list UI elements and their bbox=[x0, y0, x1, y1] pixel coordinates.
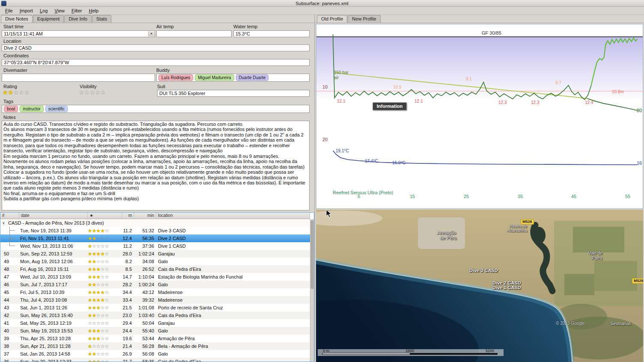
menu-filter[interactable]: Filter bbox=[68, 7, 85, 14]
dive-date: Sun, Jul 7, 2013 17:17 bbox=[19, 281, 88, 288]
dive-notes-panel: Dive NotesEquipmentDive InfoStats Start … bbox=[0, 15, 314, 362]
chart-annotation: GF 30/85 bbox=[482, 30, 501, 36]
window-titlebar[interactable]: Subsurface: paneves.xml bbox=[0, 0, 644, 7]
star-filled-icon: ★ bbox=[88, 282, 92, 287]
map-dive-site-label[interactable]: Dive 1 CASD bbox=[492, 285, 521, 290]
star-empty-icon: ☆ bbox=[96, 313, 101, 318]
column-header[interactable]: min bbox=[134, 213, 156, 219]
visibility-label: Visibility bbox=[80, 84, 97, 89]
dive-location: Dive 3 CASD bbox=[156, 227, 310, 234]
tag-chip[interactable]: scientific bbox=[45, 106, 68, 112]
star-empty-icon: ☆ bbox=[101, 344, 105, 349]
dive-rating: ★★★★☆ bbox=[88, 227, 122, 234]
column-header[interactable]: ★ bbox=[88, 213, 122, 219]
dive-list-header[interactable]: #date★mminlocation bbox=[0, 213, 310, 219]
app-icon bbox=[1, 1, 6, 6]
scrollbar-thumb[interactable] bbox=[311, 220, 313, 289]
collapse-arrow-icon[interactable]: ∨ bbox=[2, 219, 5, 227]
tab-old-profile[interactable]: Old Profile bbox=[317, 15, 347, 23]
tab-dive-info[interactable]: Dive Info bbox=[64, 15, 91, 23]
dive-row[interactable]: Wed, Nov 13, 2013 11:06★☆☆☆☆11.237:36Div… bbox=[0, 242, 310, 250]
information-button[interactable]: Information bbox=[373, 102, 407, 110]
start-time-select[interactable]: 11/15/13 11:41 AM ▾ bbox=[2, 30, 155, 37]
dive-row[interactable]: 40Sun, May 19, 2013 15:53★★★☆☆24.455:40G… bbox=[0, 327, 310, 335]
dive-row[interactable]: 45Fri, Jul 5, 2013 10:39★★★★☆34.443:12Ma… bbox=[0, 288, 310, 296]
menu-help[interactable]: Help bbox=[85, 7, 102, 14]
tab-stats[interactable]: Stats bbox=[92, 15, 111, 23]
star-filled-icon: ★ bbox=[96, 328, 101, 333]
map-dive-site-label[interactable]: Dive 3 CASD bbox=[469, 268, 498, 273]
star-filled-icon: ★ bbox=[92, 359, 96, 362]
dive-row[interactable]: 36Sun, Jan 20, 2013 12:33★★★☆☆21.758:36C… bbox=[0, 358, 310, 362]
rating-stars[interactable]: ★★☆☆☆ bbox=[3, 89, 30, 96]
star-empty-icon: ☆ bbox=[13, 89, 19, 96]
tag-chip[interactable]: boat bbox=[4, 106, 18, 112]
menu-log[interactable]: Log bbox=[36, 7, 51, 14]
dive-row[interactable]: Tue, Nov 19, 2013 11:39★★★★☆11.251:32Div… bbox=[0, 227, 310, 234]
location-label: Location bbox=[3, 39, 21, 44]
column-header[interactable]: # bbox=[0, 213, 19, 219]
star-filled-icon: ★ bbox=[88, 290, 92, 295]
visibility-stars[interactable]: ☆☆☆☆☆ bbox=[79, 89, 106, 96]
column-header[interactable]: location bbox=[156, 213, 310, 219]
dive-row[interactable]: 41Sat, May 25, 2013 12:19☆☆☆☆☆29.450:04G… bbox=[0, 319, 310, 327]
dive-row[interactable]: 43Sat, Jun 1, 2013 11:26★★★☆☆21.51:01:08… bbox=[0, 304, 310, 312]
dive-row[interactable]: 39Thu, Apr 25, 2013 10:28★★★☆☆19.653:44A… bbox=[0, 335, 310, 342]
dive-row[interactable]: 42Sun, May 26, 2013 15:40★★☆☆☆23.01:03:4… bbox=[0, 312, 310, 319]
star-empty-icon: ☆ bbox=[105, 251, 109, 256]
chart-annotation: 17.4°C bbox=[365, 159, 378, 163]
dive-date: Sun, Sep 22, 2013 12:59 bbox=[19, 250, 88, 258]
dive-row[interactable]: 47Wed, Jul 10, 2013 13:09★★★☆☆14.71:10:0… bbox=[0, 273, 310, 281]
menu-import[interactable]: Import bbox=[16, 7, 36, 14]
dive-row[interactable]: 49Mon, Aug 19, 2013 12:06★★☆☆☆8.234:08Ga… bbox=[0, 258, 310, 265]
map[interactable]: Armaçãode PêraRibeira deAlcantarilhaVale… bbox=[316, 210, 643, 362]
tab-equipment[interactable]: Equipment bbox=[33, 15, 64, 23]
dive-trip-header[interactable]: ∨CASD - Armação de Pêra, Nov 2013 (3 div… bbox=[0, 219, 310, 227]
dive-duration: 56:35 bbox=[134, 234, 156, 242]
map-imagery bbox=[316, 210, 643, 362]
dive-row[interactable]: 46Sun, Jul 7, 2013 17:17★★☆☆☆28.21:00:24… bbox=[0, 281, 310, 288]
tree-branch bbox=[9, 234, 18, 242]
coordinates-field[interactable] bbox=[2, 59, 310, 66]
column-header[interactable]: m bbox=[122, 213, 134, 219]
dive-row[interactable]: 48Fri, Aug 16, 2013 15:11★★★☆☆8.526:52Ca… bbox=[0, 265, 310, 273]
location-field[interactable] bbox=[2, 45, 310, 51]
buddy-field[interactable]: Luís RodriguesMiguel MadureiraDuarte Dua… bbox=[156, 74, 310, 82]
dive-row[interactable]: Fri, Nov 15, 2013 11:41★★☆☆☆12.456:35Div… bbox=[0, 234, 310, 242]
chart-annotation: 9.7 bbox=[555, 80, 561, 85]
dive-depth: 14.7 bbox=[122, 273, 134, 281]
buddy-chip[interactable]: Miguel Madureira bbox=[195, 74, 234, 81]
tab-dive-notes[interactable]: Dive Notes bbox=[1, 15, 33, 23]
star-empty-icon: ☆ bbox=[79, 89, 84, 96]
chart-annotation: air bbox=[334, 75, 339, 80]
menu-file[interactable]: File bbox=[2, 7, 16, 14]
air-temp-field[interactable] bbox=[156, 30, 232, 37]
dive-row[interactable]: 38Sun, Apr 21, 2013 11:28★☆☆☆☆21.456:28B… bbox=[0, 342, 310, 350]
map-place-label: Ribeira de bbox=[510, 224, 527, 228]
chart-annotation: 19.1°C bbox=[336, 148, 349, 153]
star-empty-icon: ☆ bbox=[84, 89, 90, 96]
star-filled-icon: ★ bbox=[88, 351, 92, 356]
dive-row[interactable]: 50Sun, Sep 22, 2013 12:59★★★★☆28.01:02:2… bbox=[0, 250, 310, 258]
buddy-chip[interactable]: Luís Rodrigues bbox=[158, 74, 193, 81]
column-header[interactable]: date bbox=[19, 213, 88, 219]
suit-field[interactable] bbox=[157, 90, 310, 97]
dive-profile-chart[interactable]: 12.112.112.312.312.410.59.19.719.1°C17.4… bbox=[316, 24, 643, 209]
menu-view[interactable]: View bbox=[51, 7, 68, 14]
star-empty-icon: ☆ bbox=[105, 359, 109, 362]
scalebar-zero: 0 m bbox=[323, 349, 329, 353]
tag-chip[interactable]: instructor bbox=[20, 106, 43, 112]
dive-list-scrollbar[interactable] bbox=[310, 219, 314, 362]
dive-depth: 11.2 bbox=[122, 242, 134, 250]
dive-row[interactable]: 37Sat, Jan 26, 2013 14:58★★☆☆☆26.956:08G… bbox=[0, 350, 310, 358]
notes-field[interactable]: Aula do curso CASD. Transectos c/video e… bbox=[2, 121, 310, 211]
buddy-chip[interactable]: Duarte Duarte bbox=[236, 74, 269, 81]
dive-row[interactable]: 44Thu, Jul 4, 2013 10:08★★★★☆33.439:32Ma… bbox=[0, 296, 310, 304]
chart-annotation: 12.3 bbox=[498, 100, 507, 105]
tab-new-profile[interactable]: New Profile bbox=[348, 15, 380, 23]
divemaster-field[interactable] bbox=[2, 74, 155, 82]
tags-field[interactable]: boatinstructorscientific bbox=[2, 105, 310, 113]
star-empty-icon: ☆ bbox=[89, 89, 95, 96]
star-filled-icon: ★ bbox=[96, 336, 101, 341]
water-temp-field[interactable] bbox=[233, 30, 310, 37]
